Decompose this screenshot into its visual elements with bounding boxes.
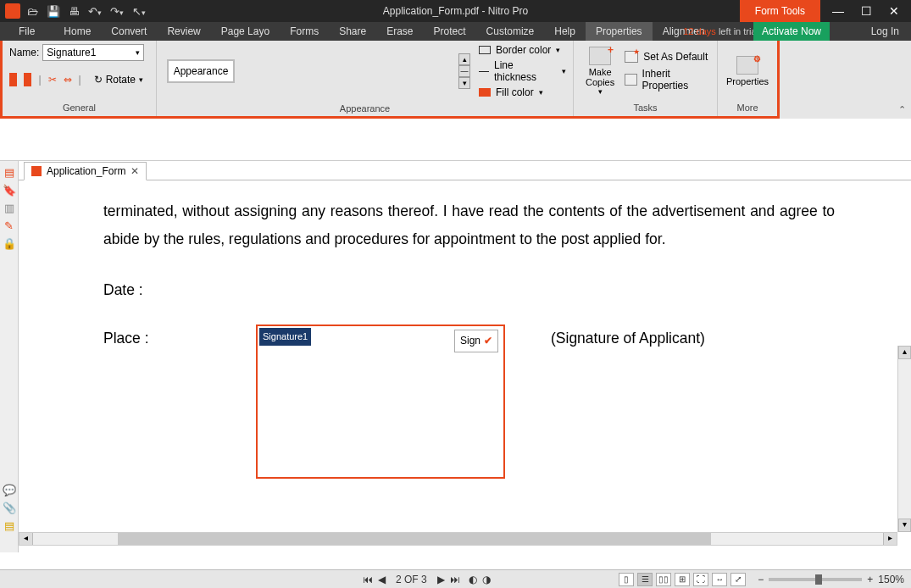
group-label-tasks: Tasks bbox=[574, 101, 717, 116]
next-view-icon[interactable]: ◑ bbox=[482, 574, 491, 585]
set-default-label: Set As Default bbox=[643, 51, 708, 63]
style-scroll-up-icon[interactable]: ▴ bbox=[458, 53, 470, 65]
make-copies-label: Make Copies bbox=[586, 67, 614, 87]
appearance-preview[interactable]: Appearance bbox=[167, 59, 235, 83]
make-copies-button[interactable]: Make Copies▾ bbox=[580, 45, 619, 97]
next-page-icon[interactable]: ▶ bbox=[437, 574, 445, 585]
titlebar: 🗁 💾 🖶 ↶▾ ↷▾ ↖▾ Application_Form.pdf - Ni… bbox=[0, 0, 911, 22]
signatures-panel-icon[interactable]: ✎ bbox=[4, 219, 14, 232]
last-page-icon[interactable]: ⏭ bbox=[450, 574, 460, 585]
menu-file[interactable]: File bbox=[0, 22, 53, 41]
menu-properties[interactable]: Properties bbox=[586, 22, 653, 41]
view-facing-cont-icon[interactable]: ⊞ bbox=[675, 573, 690, 586]
view-fit-page-icon[interactable]: ⤢ bbox=[730, 573, 746, 586]
group-label-appearance: Appearance bbox=[157, 102, 573, 117]
cut-icon[interactable]: ✂ bbox=[48, 74, 57, 86]
close-icon[interactable]: ✕ bbox=[889, 4, 899, 18]
tab-application-form[interactable]: Application_Form ✕ bbox=[24, 162, 147, 180]
scroll-up-icon[interactable]: ▴ bbox=[898, 346, 911, 359]
menu-customize[interactable]: Customize bbox=[476, 22, 545, 41]
line-thickness-button[interactable]: —Line thickness▾ bbox=[479, 59, 566, 83]
security-panel-icon[interactable]: 🔒 bbox=[3, 237, 16, 250]
layers-panel-icon[interactable]: ▥ bbox=[4, 202, 14, 214]
menu-page-layout[interactable]: Page Layo bbox=[211, 22, 280, 41]
menu-erase[interactable]: Erase bbox=[376, 22, 423, 41]
zoom-value[interactable]: 150% bbox=[878, 574, 904, 585]
tab-close-icon[interactable]: ✕ bbox=[131, 165, 139, 177]
paragraph-text: terminated, without assigning any reason… bbox=[103, 197, 835, 254]
fill-color-label: Fill color bbox=[496, 86, 534, 98]
ribbon-group-general: Name: Signature1▾ | ✂ ⇔ | ↻Rotate▾ Gener… bbox=[3, 41, 157, 116]
scroll-down-icon[interactable]: ▾ bbox=[898, 519, 911, 532]
scroll-right-icon[interactable]: ▸ bbox=[883, 533, 897, 545]
sign-button[interactable]: Sign✔ bbox=[454, 330, 498, 352]
inherit-properties-button[interactable]: Inherit Properties bbox=[625, 68, 710, 92]
menu-protect[interactable]: Protect bbox=[424, 22, 476, 41]
ribbon-group-appearance: Appearance ▴ — ▾ Border color▾ —Line thi… bbox=[157, 41, 574, 116]
border-color-button[interactable]: Border color▾ bbox=[479, 44, 566, 56]
place-label: Place : bbox=[103, 325, 256, 352]
output-panel-icon[interactable]: ▤ bbox=[4, 519, 14, 532]
menu-share[interactable]: Share bbox=[329, 22, 376, 41]
scroll-thumb[interactable] bbox=[118, 533, 711, 545]
set-default-button[interactable]: Set As Default bbox=[625, 51, 710, 63]
print-icon[interactable]: 🖶 bbox=[69, 5, 80, 18]
menu-forms[interactable]: Forms bbox=[280, 22, 329, 41]
view-facing-icon[interactable]: ▯▯ bbox=[656, 573, 671, 586]
pages-panel-icon[interactable]: ▤ bbox=[4, 166, 14, 179]
style-scroll-down-icon[interactable]: ▾ bbox=[458, 77, 470, 89]
save-icon[interactable]: 💾 bbox=[47, 5, 60, 18]
scroll-left-icon[interactable]: ◂ bbox=[19, 533, 33, 545]
field-name-combo[interactable]: Signature1▾ bbox=[42, 44, 144, 61]
page-indicator[interactable]: 2 OF 3 bbox=[396, 574, 427, 585]
menu-review[interactable]: Review bbox=[157, 22, 210, 41]
folder-open-icon[interactable]: 🗁 bbox=[27, 5, 38, 18]
scroll-track[interactable] bbox=[898, 359, 911, 519]
minimize-icon[interactable]: — bbox=[832, 4, 844, 18]
properties-button[interactable]: Properties bbox=[721, 54, 774, 88]
menu-convert[interactable]: Convert bbox=[101, 22, 157, 41]
context-tab-form-tools[interactable]: Form Tools bbox=[740, 0, 820, 22]
maximize-icon[interactable]: ☐ bbox=[861, 4, 872, 18]
view-fullscreen-icon[interactable]: ⛶ bbox=[693, 573, 708, 586]
vertical-scrollbar[interactable]: ▴ ▾ bbox=[897, 346, 911, 532]
menu-help[interactable]: Help bbox=[544, 22, 586, 41]
pointer-icon[interactable]: ↖▾ bbox=[132, 5, 146, 18]
align-icon[interactable]: ⇔ bbox=[64, 74, 72, 86]
zoom-out-icon[interactable]: − bbox=[758, 574, 764, 585]
zoom-slider[interactable] bbox=[769, 578, 862, 581]
sign-button-label: Sign bbox=[460, 331, 480, 351]
field-name-value: Signature1 bbox=[47, 47, 96, 58]
horizontal-scrollbar[interactable]: ◂ ▸ bbox=[19, 532, 897, 546]
login-button[interactable]: Log In bbox=[871, 22, 899, 41]
zoom-knob[interactable] bbox=[815, 574, 822, 585]
view-fit-width-icon[interactable]: ↔ bbox=[712, 573, 727, 586]
zoom-in-icon[interactable]: + bbox=[867, 574, 873, 585]
attachments-panel-icon[interactable]: 📎 bbox=[3, 502, 16, 514]
properties-icon bbox=[736, 56, 758, 75]
activate-button[interactable]: Activate Now bbox=[753, 22, 830, 41]
first-page-icon[interactable]: ⏮ bbox=[363, 574, 373, 585]
properties-label: Properties bbox=[726, 76, 769, 86]
select-field-icon[interactable] bbox=[9, 73, 17, 86]
undo-icon[interactable]: ↶▾ bbox=[88, 5, 102, 18]
redo-icon[interactable]: ↷▾ bbox=[110, 5, 124, 18]
fill-color-button[interactable]: Fill color▾ bbox=[479, 86, 566, 98]
comments-panel-icon[interactable]: 💬 bbox=[3, 484, 16, 496]
style-scroll-mid-icon[interactable]: — bbox=[458, 65, 470, 77]
rotate-button[interactable]: ↻Rotate▾ bbox=[88, 71, 149, 88]
collapse-ribbon-icon[interactable]: ⌃ bbox=[898, 104, 906, 115]
ruler-area bbox=[0, 119, 911, 161]
chevron-down-icon: ▾ bbox=[136, 48, 140, 57]
statusbar: ⏮ ◀ 2 OF 3 ▶ ⏭ ◐ ◑ ▯ ☰ ▯▯ ⊞ ⛶ ↔ ⤢ − + 15… bbox=[0, 569, 911, 588]
inherit-label: Inherit Properties bbox=[642, 68, 710, 92]
bookmarks-panel-icon[interactable]: 🔖 bbox=[3, 184, 16, 197]
prev-view-icon[interactable]: ◐ bbox=[469, 574, 477, 585]
view-single-icon[interactable]: ▯ bbox=[619, 573, 634, 586]
prev-page-icon[interactable]: ◀ bbox=[378, 574, 386, 585]
select-field-alt-icon[interactable] bbox=[24, 73, 31, 86]
document-page: terminated, without assigning any reason… bbox=[19, 180, 911, 552]
menu-home[interactable]: Home bbox=[53, 22, 101, 41]
signature-field[interactable]: Signature1 Sign✔ bbox=[256, 325, 505, 479]
view-continuous-icon[interactable]: ☰ bbox=[637, 573, 653, 586]
